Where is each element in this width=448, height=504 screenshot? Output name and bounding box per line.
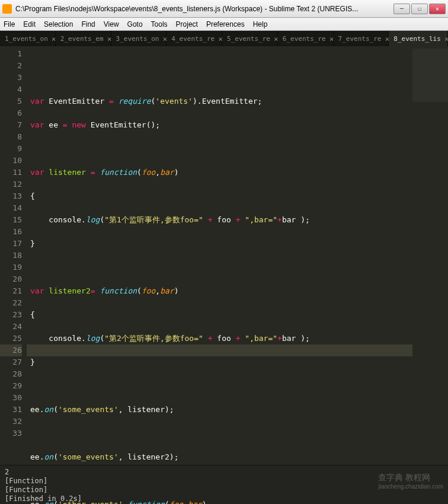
menu-bar: File Edit Selection Find View Goto Tools… bbox=[0, 18, 448, 31]
menu-find[interactable]: Find bbox=[81, 20, 95, 28]
close-icon[interactable]: × bbox=[444, 34, 448, 43]
tab-label: 1_events_on bbox=[5, 35, 48, 43]
close-button[interactable]: ✕ bbox=[429, 4, 446, 14]
maximize-button[interactable]: ☐ bbox=[411, 4, 428, 14]
tab-5[interactable]: 5_events_re× bbox=[222, 31, 278, 46]
line-gutter: 1234567891011121314151617181920212223242… bbox=[0, 46, 27, 465]
menu-view[interactable]: View bbox=[104, 20, 119, 28]
tab-8[interactable]: 8_events_lis× bbox=[389, 31, 448, 46]
minimize-button[interactable]: ─ bbox=[393, 4, 410, 14]
menu-edit[interactable]: Edit bbox=[23, 20, 36, 28]
tab-label: 8_events_lis bbox=[393, 35, 440, 43]
menu-project[interactable]: Project bbox=[176, 20, 198, 28]
menu-goto[interactable]: Goto bbox=[127, 20, 143, 28]
tab-label: 7_events_re bbox=[338, 35, 382, 43]
code-content: var EventEmitter = require('events').Eve… bbox=[30, 84, 448, 504]
menu-help[interactable]: Help bbox=[253, 20, 268, 28]
tab-label: 2_events_em bbox=[60, 35, 104, 43]
menu-file[interactable]: File bbox=[4, 20, 15, 28]
app-icon bbox=[2, 4, 12, 14]
menu-tools[interactable]: Tools bbox=[151, 20, 168, 28]
editor: 1234567891011121314151617181920212223242… bbox=[0, 46, 448, 465]
tab-label: 4_events_re bbox=[171, 35, 215, 43]
tab-6[interactable]: 6_events_re× bbox=[278, 31, 334, 46]
tab-7[interactable]: 7_events_re× bbox=[334, 31, 389, 46]
window-controls: ─ ☐ ✕ bbox=[393, 4, 446, 14]
tab-1[interactable]: 1_events_on× bbox=[0, 31, 56, 46]
minimap-viewport[interactable] bbox=[412, 49, 448, 102]
watermark: 查字典 教程网 jiaocheng.chazidian.com bbox=[378, 473, 443, 490]
tab-3[interactable]: 3_events_on× bbox=[111, 31, 167, 46]
tab-label: 5_events_re bbox=[227, 35, 270, 43]
tab-4[interactable]: 4_events_re× bbox=[167, 31, 222, 46]
window-title: C:\Program Files\nodejs\Workspace\events… bbox=[15, 5, 393, 13]
menu-preferences[interactable]: Preferences bbox=[206, 20, 245, 28]
tab-2[interactable]: 2_events_em× bbox=[56, 31, 111, 46]
code-area[interactable]: var EventEmitter = require('events').Eve… bbox=[27, 46, 448, 465]
tab-label: 3_events_on bbox=[116, 35, 159, 43]
tab-label: 6_events_re bbox=[283, 35, 326, 43]
tab-bar: 1_events_on× 2_events_em× 3_events_on× 4… bbox=[0, 31, 448, 46]
menu-selection[interactable]: Selection bbox=[44, 20, 73, 28]
minimap[interactable] bbox=[412, 46, 448, 465]
window-titlebar: C:\Program Files\nodejs\Workspace\events… bbox=[0, 0, 448, 18]
